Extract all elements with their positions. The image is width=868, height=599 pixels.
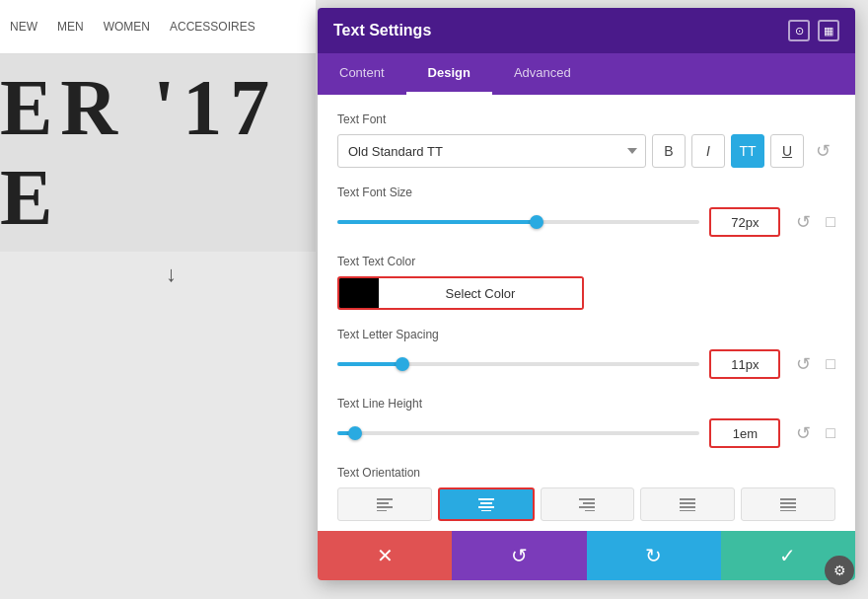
text-font-label: Text Font xyxy=(337,112,835,126)
letter-spacing-input[interactable]: 11px xyxy=(709,349,780,379)
line-height-slider-row: 1em ↺ □ xyxy=(337,418,835,448)
section-line-height: Text Line Height 1em ↺ □ xyxy=(337,397,835,448)
section-text-color: Text Text Color Select Color xyxy=(337,255,835,310)
font-size-reset-button[interactable]: ↺ xyxy=(790,209,816,235)
line-height-slider-track[interactable] xyxy=(337,431,699,435)
underline-button[interactable]: U xyxy=(770,134,804,168)
italic-button[interactable]: I xyxy=(691,134,725,168)
font-size-slider-thumb[interactable] xyxy=(530,215,543,229)
hero-text: ER '17 E xyxy=(0,63,316,243)
panel-header: Text Settings ⊙ ▦ xyxy=(318,8,855,53)
nav-new[interactable]: NEW xyxy=(10,20,37,34)
letter-spacing-slider-track[interactable] xyxy=(337,362,699,366)
panel-title: Text Settings xyxy=(333,22,431,39)
font-select[interactable]: Old Standard TT xyxy=(337,134,646,168)
letter-spacing-slider-row: 11px ↺ □ xyxy=(337,349,835,379)
undo-button[interactable]: ↺ xyxy=(452,531,586,580)
orientation-right-button[interactable] xyxy=(541,487,635,521)
tab-content[interactable]: Content xyxy=(318,53,406,95)
font-size-device-icon[interactable]: □ xyxy=(826,213,835,231)
line-height-input[interactable]: 1em xyxy=(709,418,780,448)
text-color-label: Text Text Color xyxy=(337,255,835,268)
align-justify-icon xyxy=(680,497,695,511)
settings-corner-icon[interactable]: ⚙ xyxy=(825,556,854,585)
text-font-size-label: Text Font Size xyxy=(337,186,835,199)
font-size-slider-fill xyxy=(337,220,537,224)
cancel-button[interactable]: ✕ xyxy=(318,531,452,580)
font-reset-button[interactable]: ↺ xyxy=(810,138,835,164)
line-height-slider-thumb[interactable] xyxy=(348,426,362,440)
line-height-label: Text Line Height xyxy=(337,397,835,411)
letter-spacing-reset-button[interactable]: ↺ xyxy=(790,351,816,377)
text-settings-panel: Text Settings ⊙ ▦ Content Design Advance… xyxy=(318,8,855,580)
panel-header-icons: ⊙ ▦ xyxy=(788,20,839,41)
align-center-icon xyxy=(478,497,494,511)
line-height-reset-button[interactable]: ↺ xyxy=(790,420,816,446)
redo-button[interactable]: ↻ xyxy=(587,531,721,580)
page-nav: NEW MEN WOMEN ACCESSOIRES xyxy=(0,0,316,54)
line-height-device-icon[interactable]: □ xyxy=(826,424,835,442)
text-orientation-label: Text Orientation xyxy=(337,466,835,480)
panel-tabs: Content Design Advanced xyxy=(318,53,855,95)
section-text-orientation: Text Orientation xyxy=(337,466,835,521)
letter-spacing-device-icon[interactable]: □ xyxy=(826,355,835,373)
panel-body: Text Font Old Standard TT B I TT U ↺ Tex… xyxy=(318,95,855,531)
panel-icon-layout[interactable]: ▦ xyxy=(818,20,839,41)
tt-button[interactable]: TT xyxy=(731,134,764,168)
font-row: Old Standard TT B I TT U ↺ xyxy=(337,134,835,168)
align-justify-all-icon xyxy=(780,497,796,511)
font-size-slider-track[interactable] xyxy=(337,220,699,224)
color-picker-button[interactable]: Select Color xyxy=(337,276,584,310)
page-hero: ER '17 E xyxy=(0,54,316,252)
font-size-slider-row: 72px ↺ □ xyxy=(337,207,835,237)
letter-spacing-slider-thumb[interactable] xyxy=(396,357,409,371)
nav-accessoires[interactable]: ACCESSOIRES xyxy=(170,20,255,34)
orientation-justify-all-button[interactable] xyxy=(741,487,835,521)
nav-men[interactable]: MEN xyxy=(57,20,84,34)
tab-design[interactable]: Design xyxy=(406,53,492,95)
section-text-font: Text Font Old Standard TT B I TT U ↺ xyxy=(337,112,835,168)
orientation-row xyxy=(337,487,835,521)
section-letter-spacing: Text Letter Spacing 11px ↺ □ xyxy=(337,328,835,379)
align-right-icon xyxy=(579,497,595,511)
panel-icon-target[interactable]: ⊙ xyxy=(788,20,810,41)
arrow-down-indicator: ↓ xyxy=(166,262,177,287)
orientation-justify-button[interactable] xyxy=(640,487,735,521)
orientation-center-button[interactable] xyxy=(438,487,535,521)
bold-button[interactable]: B xyxy=(652,134,686,168)
select-color-label: Select Color xyxy=(379,278,582,308)
tab-advanced[interactable]: Advanced xyxy=(492,53,593,95)
letter-spacing-label: Text Letter Spacing xyxy=(337,328,835,341)
color-swatch xyxy=(339,278,379,308)
nav-women[interactable]: WOMEN xyxy=(104,20,150,34)
panel-footer: ✕ ↺ ↻ ✓ xyxy=(318,531,855,580)
orientation-left-button[interactable] xyxy=(337,487,432,521)
section-text-font-size: Text Font Size 72px ↺ □ xyxy=(337,186,835,237)
font-size-input[interactable]: 72px xyxy=(709,207,780,237)
align-left-icon xyxy=(377,497,393,511)
letter-spacing-slider-fill xyxy=(337,362,402,366)
